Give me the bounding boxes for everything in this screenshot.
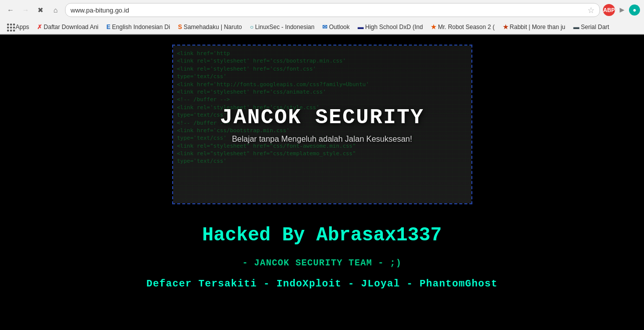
extension-button[interactable]: ● [629,5,640,16]
bookmark-english[interactable]: E English Indonesian Di [104,23,173,32]
bookmark-l-icon: ○ [250,24,253,31]
bookmark-linuxsec-label: LinuxSec - Indonesian [255,24,315,31]
team-line: - JANCOK SECURITY TEAM - ;) [242,258,402,268]
banner-image: <link href='http <link rel='stylesheet' … [173,46,471,203]
hack-title: Hacked By Abrasax1337 [202,224,442,246]
apps-label: Apps [16,24,29,31]
bookmark-b-icon: ▬ [358,24,364,31]
apps-grid-icon [7,24,14,31]
bookmark-r-icon: ★ [503,24,508,31]
apps-bookmark[interactable]: Apps [4,23,32,32]
banner-title: JANCOK SECURITY [220,106,424,130]
forward-button[interactable]: → [19,4,32,17]
bookmark-o-icon: ✉ [322,24,327,31]
bookmark-highschool-label: High School DxD (Ind [365,24,423,31]
bookmark-sd-icon: ▬ [573,24,579,31]
bookmark-star-icon[interactable]: ☆ [587,6,594,15]
bookmark-mrrobot-label: Mr. Robot Season 2 ( [438,24,494,31]
back-button[interactable]: ← [4,4,17,17]
bookmark-rabbit-label: Rabbit | More than ju [510,24,565,31]
bookmark-rabbit[interactable]: ★ Rabbit | More than ju [500,23,568,32]
browser-frame: ← → ✖ ⌂ ☆ ABP ► ● Apps ✗ Daftar Download… [0,0,644,35]
bookmark-english-label: English Indonesian Di [112,24,170,31]
bookmarks-bar: Apps ✗ Daftar Download Ani E English Ind… [0,20,644,34]
browser-toolbar: ← → ✖ ⌂ ☆ ABP ► ● [0,0,644,20]
address-bar-wrap: ☆ [65,3,600,17]
nav-buttons: ← → ✖ ⌂ [4,4,62,17]
shield-icon: ► [618,6,626,15]
banner-subtitle: Belajar tanpa Mengeluh adalah Jalan Kesu… [232,135,412,144]
bookmark-samehadaku-label: Samehadaku | Naruto [184,24,242,31]
profile-button[interactable]: ABP [603,4,615,16]
bookmark-highschool[interactable]: ▬ High School DxD (Ind [355,23,426,32]
banner-container: <link href='http <link rel='stylesheet' … [172,45,472,204]
banner-overlay: JANCOK SECURITY Belajar tanpa Mengeluh a… [173,46,471,203]
browser-actions: ABP ► ● [603,4,640,16]
page-content: <link href='http <link rel='stylesheet' … [0,35,644,330]
bookmark-serialdart-label: Serial Dart [581,24,609,31]
bookmark-daftar[interactable]: ✗ Daftar Download Ani [34,23,101,32]
bookmark-daftar-label: Daftar Download Ani [44,24,98,31]
reload-button[interactable]: ✖ [34,4,47,17]
bookmark-m-icon: ★ [431,24,436,31]
members-line: Defacer Tersakiti - IndoXploit - JLoyal … [146,278,497,289]
bookmark-s-icon: S [178,24,182,31]
bookmark-outlook-label: Outlook [329,24,349,31]
bookmark-samehadaku[interactable]: S Samehadaku | Naruto [175,23,245,32]
bookmark-outlook[interactable]: ✉ Outlook [319,23,352,32]
bookmark-serialdart[interactable]: ▬ Serial Dart [570,23,612,32]
address-bar[interactable] [71,7,585,14]
home-button[interactable]: ⌂ [49,4,62,17]
bookmark-linuxsec[interactable]: ○ LinuxSec - Indonesian [247,23,317,32]
bookmark-k-icon: ✗ [37,24,42,31]
bookmark-e-icon: E [107,24,111,31]
bookmark-mrrobot[interactable]: ★ Mr. Robot Season 2 ( [428,23,497,32]
